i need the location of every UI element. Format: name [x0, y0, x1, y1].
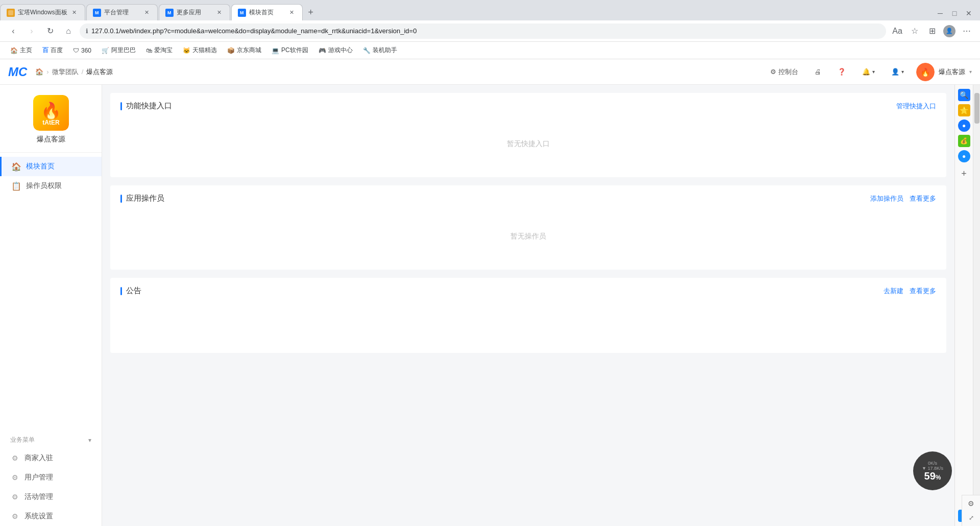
create-announcement-link[interactable]: 去新建 [884, 286, 903, 296]
scrollbar-thumb[interactable] [974, 93, 979, 124]
announcement-title: 公告 [120, 286, 141, 296]
announcement-header: 公告 去新建 查看更多 [120, 286, 936, 296]
sidebar-section-arrow[interactable]: ▾ [88, 437, 91, 444]
announcement-view-more-link[interactable]: 查看更多 [910, 286, 936, 296]
bookmark-pcsoftware-label: PC软件园 [281, 46, 308, 55]
browser-tab-4[interactable]: M 模块首页 ✕ [231, 4, 303, 20]
quick-access-title-text: 功能快捷入口 [126, 101, 172, 111]
control-panel-label: 控制台 [778, 67, 798, 77]
bookmark-games-label: 游戏中心 [328, 46, 353, 55]
operators-view-more-link[interactable]: 查看更多 [910, 194, 936, 203]
sidebar-menu-activity[interactable]: ⚙ 活动管理 [0, 487, 102, 507]
breadcrumb-home-icon[interactable]: 🏠 [35, 68, 43, 76]
extension-btn-5[interactable]: ● [958, 150, 970, 162]
bookmark-360[interactable]: 🛡 360 [69, 45, 95, 56]
browser-tabs: 宝塔Windows面板 ✕ M 平台管理 ✕ M 更多应用 ✕ [0, 0, 929, 20]
profile-icon[interactable]: 👤 [942, 24, 957, 38]
svg-rect-0 [8, 10, 13, 15]
announcement-actions: 去新建 查看更多 [884, 286, 936, 296]
sidebar-menu-settings[interactable]: ⚙ 系统设置 [0, 507, 102, 526]
back-button[interactable]: ‹ [6, 24, 20, 38]
browser-scrollbar[interactable] [973, 85, 980, 526]
printer-button[interactable]: 🖨 [811, 66, 825, 78]
translate-icon[interactable]: Aa [890, 24, 904, 38]
bell-icon: 🔔 [862, 68, 870, 76]
bookmark-baidu[interactable]: 百 百度 [38, 44, 67, 57]
announcement-title-text: 公告 [126, 286, 141, 296]
extension-btn-1[interactable]: 🔍 [958, 89, 970, 101]
announcement-content [120, 304, 936, 345]
control-panel-button[interactable]: ⚙ 控制台 [766, 65, 802, 79]
tab-close-2[interactable]: ✕ [143, 9, 151, 17]
user-button[interactable]: 👤 ▾ [887, 66, 908, 78]
announcement-section: 公告 去新建 查看更多 [110, 278, 946, 353]
sidebar-item-operator[interactable]: 📋 操作员权限 [0, 176, 102, 196]
sidebar-item-home[interactable]: 🏠 模块首页 [0, 157, 102, 176]
sidebar-nav: 🏠 模块首页 📋 操作员权限 [0, 153, 102, 427]
sidebar-menu-user[interactable]: ⚙ 用户管理 [0, 468, 102, 487]
operators-title-bar [120, 195, 122, 203]
tab-close-1[interactable]: ✕ [70, 9, 79, 17]
collections-icon[interactable]: ⊞ [925, 24, 939, 38]
tab-close-3[interactable]: ✕ [215, 9, 224, 17]
bookmark-home-label: 主页 [20, 46, 32, 55]
tab-close-4[interactable]: ✕ [288, 9, 296, 17]
maximize-button[interactable]: □ [949, 8, 960, 18]
operators-title-text: 应用操作员 [126, 194, 164, 203]
notification-arrow: ▾ [872, 69, 875, 75]
bookmark-baidu-label: 百度 [51, 46, 63, 55]
extension-btn-3[interactable]: ● [958, 119, 970, 132]
quick-access-empty-text: 暂无快捷入口 [507, 139, 550, 149]
notification-button[interactable]: 🔔 ▾ [858, 66, 879, 78]
bookmark-jd[interactable]: 📦 京东商城 [223, 44, 265, 57]
extension-btn-2[interactable]: ⭐ [958, 104, 970, 116]
bookmark-games[interactable]: 🎮 游戏中心 [314, 44, 357, 57]
browser-tab-3[interactable]: M 更多应用 ✕ [159, 4, 230, 20]
minimize-button[interactable]: ─ [935, 8, 945, 18]
operator-nav-icon: 📋 [12, 181, 21, 190]
sidebar-app-icon: 🔥 tAtER [33, 95, 69, 131]
bookmark-alibaba[interactable]: 🛒 阿里巴巴 [97, 44, 140, 57]
quick-access-header: 功能快捷入口 管理快捷入口 [120, 101, 936, 111]
tab-favicon-3: M [165, 9, 174, 17]
help-button[interactable]: ❓ [834, 66, 850, 78]
settings-icon-bottom[interactable]: ⚙ [966, 498, 976, 509]
manage-shortcuts-link[interactable]: 管理快捷入口 [896, 102, 936, 111]
bookmark-tianmao[interactable]: 🐱 天猫精选 [179, 44, 221, 57]
new-tab-button[interactable]: + [304, 5, 318, 19]
help-icon: ❓ [838, 68, 846, 76]
operators-actions: 添加操作员 查看更多 [870, 194, 936, 203]
avatar[interactable]: 🔥 [916, 63, 935, 81]
bookmark-install[interactable]: 🔧 装机助手 [359, 44, 401, 57]
address-text: 127.0.0.1/web/index.php?c=module&a=welco… [91, 27, 880, 35]
forward-button[interactable]: › [24, 24, 39, 38]
extension-btn-4[interactable]: 💰 [958, 135, 970, 147]
resize-icon-bottom[interactable]: ⤢ [966, 513, 976, 523]
app-topnav: MC 🏠 › 微擎团队 / 爆点客源 ⚙ 控制台 🖨 [0, 59, 980, 85]
sidebar-menu-merchant[interactable]: ⚙ 商家入驻 [0, 448, 102, 468]
merchant-icon: ⚙ [10, 453, 19, 463]
sidebar-home-label: 模块首页 [26, 162, 55, 171]
quick-access-empty: 暂无快捷入口 [120, 119, 936, 169]
svg-text:🔥: 🔥 [920, 67, 930, 77]
browser-tab-2[interactable]: M 平台管理 ✕ [86, 4, 158, 20]
bookmark-home[interactable]: 🏠 主页 [6, 44, 36, 57]
add-operator-link[interactable]: 添加操作员 [870, 194, 903, 203]
sidebar-section-label: 业务菜单 [10, 436, 35, 444]
bookmark-aitaobao-label: 爱淘宝 [154, 46, 173, 55]
home-button[interactable]: ⌂ [61, 24, 76, 38]
refresh-button[interactable]: ↻ [43, 24, 57, 38]
extension-add-btn[interactable]: + [958, 168, 970, 180]
control-panel-icon: ⚙ [770, 68, 776, 76]
bookmark-star-icon[interactable]: ☆ [908, 24, 922, 38]
username-label[interactable]: 爆点客源 [939, 67, 965, 77]
network-upload: 0K/s [928, 461, 937, 466]
bookmark-aitaobao[interactable]: 🛍 爱淘宝 [142, 44, 177, 57]
svg-text:tAtER: tAtER [42, 119, 60, 126]
breadcrumb-team[interactable]: 微擎团队 [52, 67, 79, 77]
browser-tab-1[interactable]: 宝塔Windows面板 ✕ [0, 4, 85, 20]
bookmark-pcsoftware[interactable]: 💻 PC软件园 [267, 44, 312, 57]
address-bar[interactable]: ℹ 127.0.0.1/web/index.php?c=module&a=wel… [80, 23, 886, 39]
close-button[interactable]: ✕ [964, 8, 974, 18]
more-menu-button[interactable]: ⋯ [960, 24, 974, 38]
